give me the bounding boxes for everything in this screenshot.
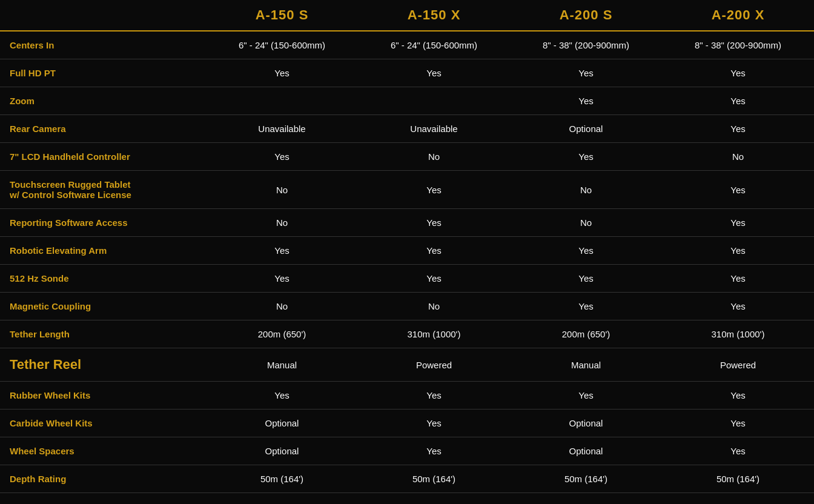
row-value-3-col-0: Unavailable (206, 115, 358, 143)
row-value-0-col-2: 8" - 38" (200-900mm) (510, 31, 662, 59)
row-value-13-col-3: Yes (662, 409, 814, 437)
row-value-7-col-2: Yes (510, 237, 662, 265)
row-value-7-col-1: Yes (358, 237, 510, 265)
row-label-13: Carbide Wheel Kits (0, 409, 206, 437)
row-value-5-col-0: No (206, 171, 358, 209)
row-value-4-col-2: Yes (510, 143, 662, 171)
row-value-14-col-1: Yes (358, 437, 510, 465)
table-row: Magnetic CouplingNoNoYesYes (0, 293, 814, 320)
row-value-9-col-2: Yes (510, 293, 662, 320)
row-value-1-col-1: Yes (358, 59, 510, 87)
row-value-8-col-0: Yes (206, 265, 358, 293)
row-value-9-col-3: Yes (662, 293, 814, 320)
row-label-15: Depth Rating (0, 465, 206, 493)
row-value-4-col-0: Yes (206, 143, 358, 171)
row-value-15-col-1: 50m (164') (358, 465, 510, 493)
table-row: Carbide Wheel KitsOptionalYesOptionalYes (0, 409, 814, 437)
header-model-a200s: A-200 S (510, 0, 662, 31)
comparison-table: A-150 S A-150 X A-200 S A-200 X Centers … (0, 0, 814, 493)
row-label-6: Reporting Software Access (0, 209, 206, 237)
row-value-14-col-0: Optional (206, 437, 358, 465)
row-value-3-col-3: Yes (662, 115, 814, 143)
row-value-13-col-1: Yes (358, 409, 510, 437)
row-value-11-col-2: Manual (510, 348, 662, 382)
table-row: Full HD PTYesYesYesYes (0, 59, 814, 87)
table-row: Robotic Elevating ArmYesYesYesYes (0, 237, 814, 265)
row-value-13-col-2: Optional (510, 409, 662, 437)
row-value-9-col-0: No (206, 293, 358, 320)
comparison-table-container: A-150 S A-150 X A-200 S A-200 X Centers … (0, 0, 814, 493)
row-value-0-col-3: 8" - 38" (200-900mm) (662, 31, 814, 59)
row-value-6-col-2: No (510, 209, 662, 237)
table-row: 512 Hz SondeYesYesYesYes (0, 265, 814, 293)
row-label-7: Robotic Elevating Arm (0, 237, 206, 265)
row-value-11-col-1: Powered (358, 348, 510, 382)
table-row: Depth Rating50m (164')50m (164')50m (164… (0, 465, 814, 493)
row-value-12-col-0: Yes (206, 382, 358, 409)
row-value-8-col-2: Yes (510, 265, 662, 293)
table-row: 7" LCD Handheld ControllerYesNoYesNo (0, 143, 814, 171)
row-value-4-col-3: No (662, 143, 814, 171)
header-row: A-150 S A-150 X A-200 S A-200 X (0, 0, 814, 31)
row-value-5-col-1: Yes (358, 171, 510, 209)
row-value-0-col-1: 6" - 24" (150-600mm) (358, 31, 510, 59)
row-label-9: Magnetic Coupling (0, 293, 206, 320)
row-value-7-col-3: Yes (662, 237, 814, 265)
header-label-col (0, 0, 206, 31)
row-value-12-col-3: Yes (662, 382, 814, 409)
row-value-6-col-3: Yes (662, 209, 814, 237)
table-row: ZoomYesYes (0, 87, 814, 115)
row-value-0-col-0: 6" - 24" (150-600mm) (206, 31, 358, 59)
table-body: Centers In6" - 24" (150-600mm)6" - 24" (… (0, 31, 814, 493)
row-value-11-col-0: Manual (206, 348, 358, 382)
table-row: Tether ReelManualPoweredManualPowered (0, 348, 814, 382)
header-model-a150x: A-150 X (358, 0, 510, 31)
row-value-10-col-0: 200m (650') (206, 320, 358, 348)
row-value-1-col-3: Yes (662, 59, 814, 87)
row-label-14: Wheel Spacers (0, 437, 206, 465)
table-row: Wheel SpacersOptionalYesOptionalYes (0, 437, 814, 465)
header-model-a150s: A-150 S (206, 0, 358, 31)
table-row: Centers In6" - 24" (150-600mm)6" - 24" (… (0, 31, 814, 59)
row-value-3-col-1: Unavailable (358, 115, 510, 143)
row-value-14-col-2: Optional (510, 437, 662, 465)
row-value-1-col-0: Yes (206, 59, 358, 87)
row-value-6-col-0: No (206, 209, 358, 237)
row-value-2-col-3: Yes (662, 87, 814, 115)
row-value-15-col-0: 50m (164') (206, 465, 358, 493)
row-value-13-col-0: Optional (206, 409, 358, 437)
row-value-4-col-1: No (358, 143, 510, 171)
row-value-6-col-1: Yes (358, 209, 510, 237)
row-value-10-col-3: 310m (1000') (662, 320, 814, 348)
row-value-11-col-3: Powered (662, 348, 814, 382)
row-value-2-col-1 (358, 87, 510, 115)
header-model-a200x: A-200 X (662, 0, 814, 31)
row-value-10-col-2: 200m (650') (510, 320, 662, 348)
row-label-4: 7" LCD Handheld Controller (0, 143, 206, 171)
row-value-15-col-2: 50m (164') (510, 465, 662, 493)
row-label-2: Zoom (0, 87, 206, 115)
row-value-14-col-3: Yes (662, 437, 814, 465)
table-row: Reporting Software AccessNoYesNoYes (0, 209, 814, 237)
row-value-2-col-0 (206, 87, 358, 115)
table-row: Tether Length200m (650')310m (1000')200m… (0, 320, 814, 348)
row-value-12-col-2: Yes (510, 382, 662, 409)
row-label-5: Touchscreen Rugged Tabletw/ Control Soft… (0, 171, 206, 209)
row-value-15-col-3: 50m (164') (662, 465, 814, 493)
table-row: Rear CameraUnavailableUnavailableOptiona… (0, 115, 814, 143)
table-row: Touchscreen Rugged Tabletw/ Control Soft… (0, 171, 814, 209)
row-label-0: Centers In (0, 31, 206, 59)
row-label-3: Rear Camera (0, 115, 206, 143)
row-label-10: Tether Length (0, 320, 206, 348)
row-value-2-col-2: Yes (510, 87, 662, 115)
table-row: Rubber Wheel KitsYesYesYesYes (0, 382, 814, 409)
row-value-9-col-1: No (358, 293, 510, 320)
row-value-12-col-1: Yes (358, 382, 510, 409)
row-value-5-col-3: Yes (662, 171, 814, 209)
row-value-5-col-2: No (510, 171, 662, 209)
row-label-12: Rubber Wheel Kits (0, 382, 206, 409)
row-label-11: Tether Reel (0, 348, 206, 382)
row-value-10-col-1: 310m (1000') (358, 320, 510, 348)
row-label-8: 512 Hz Sonde (0, 265, 206, 293)
row-value-8-col-3: Yes (662, 265, 814, 293)
